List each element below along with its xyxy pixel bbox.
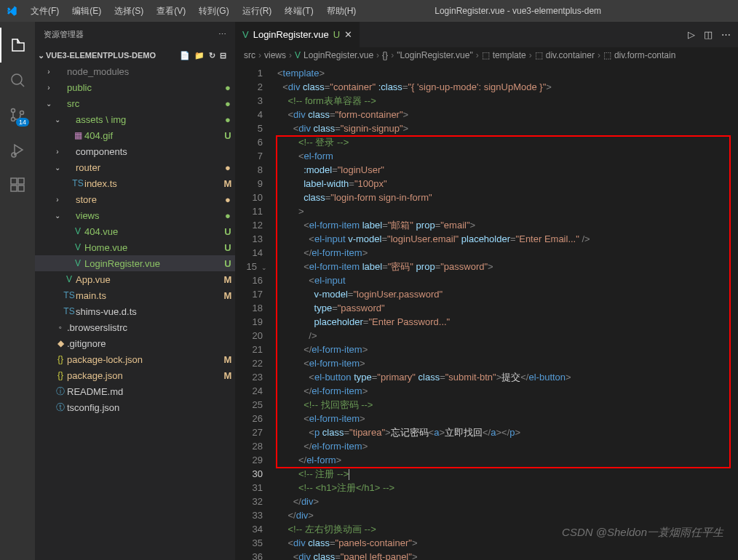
tree-item[interactable]: ›public● [35,79,235,95]
file-icon: {} [54,370,67,380]
file-label: main.ts [76,290,221,301]
file-label: Home.vue [84,242,221,253]
git-status: ● [221,98,235,109]
file-tree: ›node_modules›public●⌄src●⌄assets \ img●… [35,63,235,560]
breadcrumb-item[interactable]: views [264,50,286,60]
svg-rect-8 [18,178,24,184]
menu-item[interactable]: 文件(F) [25,2,65,20]
project-header[interactable]: ⌄ VUE3-ELEMENTPLUS-DEMO 📄 📁 ↻ ⊟ [35,47,235,63]
file-label: .browserslistrc [67,322,221,333]
file-label: tsconfig.json [67,402,221,413]
breadcrumb-icon: ⬚ [603,50,611,60]
close-icon[interactable]: ✕ [344,29,352,40]
file-icon: TS [71,178,84,188]
menu-item[interactable]: 运行(R) [237,2,278,20]
breadcrumb-item[interactable]: src [244,50,255,60]
file-icon: TS [63,290,76,300]
svg-point-1 [12,109,15,113]
tree-item[interactable]: ›node_modules [35,63,235,79]
file-icon: ◆ [54,338,67,348]
tree-item[interactable]: ›components [35,143,235,159]
file-icon: {} [54,354,67,364]
search-icon[interactable] [0,63,35,97]
tree-item[interactable]: V404.vueU [35,223,235,239]
breadcrumb-item[interactable]: div.form-contain [614,50,675,60]
tab-status: U [333,29,340,40]
menu-item[interactable]: 选择(S) [108,2,149,20]
explorer-icon[interactable] [0,28,35,63]
breadcrumb-item[interactable]: LoginRegister.vue [303,50,373,60]
tab-loginregister[interactable]: V LoginRegister.vue U ✕ [235,22,360,47]
collapse-icon[interactable]: ⊟ [220,51,226,60]
menu-item[interactable]: 终端(T) [279,2,319,20]
tree-item[interactable]: TSmain.tsM [35,287,235,303]
git-status: U [221,130,235,141]
source-control-icon[interactable]: 14 [0,97,35,132]
breadcrumbs[interactable]: src›views›VLoginRegister.vue›{}›"LoginRe… [235,47,738,63]
split-icon[interactable]: ◫ [704,29,713,40]
tree-item[interactable]: TSshims-vue.d.ts [35,303,235,319]
breadcrumb-icon: V [295,50,301,60]
file-label: 404.gif [84,130,221,141]
menu-bar: 文件(F)编辑(E)选择(S)查看(V)转到(G)运行(R)终端(T)帮助(H) [25,2,362,20]
tree-item[interactable]: {}package-lock.jsonM [35,351,235,367]
breadcrumb-item[interactable]: template [493,50,526,60]
git-status: ● [221,82,235,93]
new-folder-icon[interactable]: 📁 [194,51,205,60]
git-status: ● [221,194,235,205]
svg-rect-6 [11,185,17,191]
menu-item[interactable]: 编辑(E) [66,2,107,20]
refresh-icon[interactable]: ↻ [209,51,215,60]
tree-item[interactable]: ▦404.gifU [35,127,235,143]
sidebar-actions[interactable]: ⋯ [218,30,226,39]
file-label: package-lock.json [67,354,221,365]
git-status: ● [221,210,235,221]
file-icon: ⓘ [54,385,67,398]
tree-item[interactable]: ◆.gitignore [35,335,235,351]
file-label: App.vue [76,274,221,285]
breadcrumb-item[interactable]: "LoginRegister.vue" [397,50,473,60]
breadcrumb-item[interactable]: div.container [546,50,595,60]
tree-item[interactable]: ⌄views● [35,207,235,223]
tree-item[interactable]: ›store● [35,191,235,207]
menu-item[interactable]: 查看(V) [151,2,191,20]
menu-item[interactable]: 转到(G) [193,2,234,20]
tree-item[interactable]: VHome.vueU [35,239,235,255]
tree-item[interactable]: ⓘREADME.md [35,383,235,399]
tab-label: LoginRegister.vue [253,29,329,40]
titlebar: 文件(F)编辑(E)选择(S)查看(V)转到(G)运行(R)终端(T)帮助(H)… [0,0,738,22]
tree-item[interactable]: ⌄router● [35,159,235,175]
more-icon[interactable]: ⋯ [721,29,731,40]
debug-icon[interactable] [0,132,35,167]
code-area[interactable]: 123456789101112131415⌄161718192021222324… [235,63,738,560]
sidebar: 资源管理器 ⋯ ⌄ VUE3-ELEMENTPLUS-DEMO 📄 📁 ↻ ⊟ … [35,22,235,560]
menu-item[interactable]: 帮助(H) [321,2,362,20]
tree-item[interactable]: ⓣtsconfig.json [35,399,235,415]
svg-point-3 [20,111,24,115]
sidebar-header: 资源管理器 ⋯ [35,22,235,47]
file-label: views [76,210,221,221]
tree-item[interactable]: ⌄assets \ img● [35,111,235,127]
file-label: node_modules [67,66,221,77]
tree-item[interactable]: VLoginRegister.vueU [35,255,235,271]
svg-rect-7 [18,185,24,191]
tree-item[interactable]: VApp.vueM [35,271,235,287]
breadcrumb-item[interactable]: {} [382,50,388,60]
file-label: .gitignore [67,338,221,349]
git-status: U [221,226,235,237]
code-content[interactable]: <template> <div class="container" :class… [271,63,738,560]
watermark: CSDN @Sheldon一蓑烟雨任平生 [562,526,723,540]
file-label: router [76,162,221,173]
extensions-icon[interactable] [0,167,35,202]
tree-item[interactable]: ◦.browserslistrc [35,319,235,335]
vscode-icon [6,5,17,17]
tree-item[interactable]: ⌄src● [35,95,235,111]
file-icon: TS [63,306,76,316]
scm-badge: 14 [16,118,29,127]
run-icon[interactable]: ▷ [688,29,695,40]
activity-bar: 14 [0,22,35,560]
tree-item[interactable]: TSindex.tsM [35,175,235,191]
new-file-icon[interactable]: 📄 [180,51,190,60]
tree-item[interactable]: {}package.jsonM [35,367,235,383]
file-icon: V [63,274,76,284]
